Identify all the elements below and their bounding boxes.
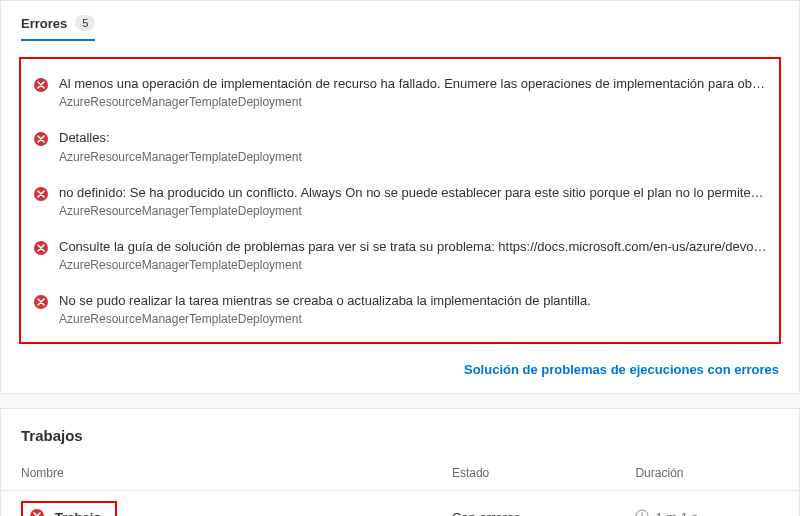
job-name-highlight: Trabajo: [21, 501, 117, 516]
error-row[interactable]: Consulte la guía de solución de problema…: [29, 232, 771, 282]
error-source: AzureResourceManagerTemplateDeployment: [59, 150, 767, 164]
job-duration-cell: 1 m 1 s: [635, 509, 698, 516]
error-row[interactable]: no definido: Se ha producido un conflict…: [29, 178, 771, 228]
error-message: No se pudo realizar la tarea mientras se…: [59, 292, 767, 310]
error-icon: [33, 240, 49, 259]
tab-label: Errores: [21, 16, 67, 31]
job-name: Trabajo: [55, 510, 101, 516]
error-icon: [33, 294, 49, 313]
jobs-heading: Trabajos: [1, 409, 799, 460]
tab-bar: Errores 5: [1, 1, 799, 41]
error-icon: [29, 508, 45, 516]
clock-icon: [635, 509, 649, 516]
error-text: Al menos una operación de implementación…: [59, 75, 767, 109]
table-row[interactable]: Trabajo Con errores 1 m 1 s: [1, 491, 799, 516]
jobs-table: Nombre Estado Duración Trabajo Con error…: [1, 460, 799, 516]
job-state: Con errores: [432, 491, 616, 516]
errors-panel: Errores 5 Al menos una operación de impl…: [0, 0, 800, 394]
error-icon: [33, 131, 49, 150]
job-duration: 1 m 1 s: [655, 510, 698, 516]
error-message: Al menos una operación de implementación…: [59, 75, 767, 93]
error-row[interactable]: No se pudo realizar la tarea mientras se…: [29, 286, 771, 336]
error-source: AzureResourceManagerTemplateDeployment: [59, 204, 767, 218]
jobs-panel: Trabajos Nombre Estado Duración Trabajo …: [0, 408, 800, 516]
error-row[interactable]: Al menos una operación de implementación…: [29, 69, 771, 119]
error-message: no definido: Se ha producido un conflict…: [59, 184, 767, 202]
troubleshoot-link[interactable]: Solución de problemas de ejecuciones con…: [464, 362, 779, 377]
error-source: AzureResourceManagerTemplateDeployment: [59, 95, 767, 109]
error-icon: [33, 186, 49, 205]
error-text: No se pudo realizar la tarea mientras se…: [59, 292, 767, 326]
troubleshoot-link-row: Solución de problemas de ejecuciones con…: [1, 354, 799, 393]
col-header-state[interactable]: Estado: [432, 460, 616, 491]
error-text: Consulte la guía de solución de problema…: [59, 238, 767, 272]
error-message: Consulte la guía de solución de problema…: [59, 238, 767, 256]
error-message: Detalles:: [59, 129, 767, 147]
error-icon: [33, 77, 49, 96]
error-row[interactable]: Detalles: AzureResourceManagerTemplateDe…: [29, 123, 771, 173]
col-header-name[interactable]: Nombre: [1, 460, 432, 491]
error-source: AzureResourceManagerTemplateDeployment: [59, 258, 767, 272]
error-text: no definido: Se ha producido un conflict…: [59, 184, 767, 218]
errors-list-highlight: Al menos una operación de implementación…: [19, 57, 781, 344]
errors-count-badge: 5: [75, 15, 95, 31]
error-text: Detalles: AzureResourceManagerTemplateDe…: [59, 129, 767, 163]
error-source: AzureResourceManagerTemplateDeployment: [59, 312, 767, 326]
col-header-duration[interactable]: Duración: [615, 460, 799, 491]
tab-errors[interactable]: Errores 5: [21, 11, 95, 41]
